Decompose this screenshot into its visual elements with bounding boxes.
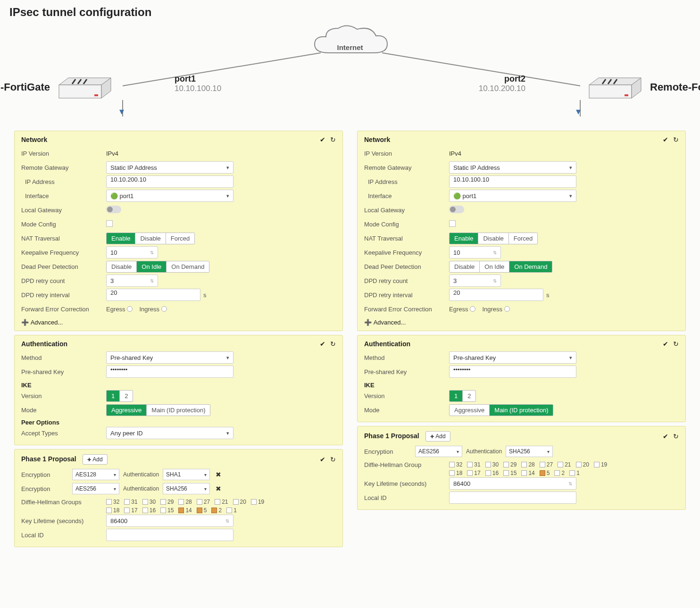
dh-group-14[interactable]: 14 <box>521 470 534 476</box>
fec-ingress-radio[interactable] <box>504 306 510 312</box>
dh-checkbox[interactable] <box>211 508 217 513</box>
nat-forced-button[interactable]: Forced <box>166 233 194 244</box>
dh-checkbox[interactable] <box>160 508 166 513</box>
ike-v2-button[interactable]: 2 <box>462 391 475 401</box>
add-button[interactable]: Add <box>83 454 107 465</box>
keepalive-input[interactable]: 10 <box>449 246 501 258</box>
reset-icon[interactable]: ↻ <box>330 340 336 348</box>
dpd-retry-count-input[interactable]: 3 <box>106 275 158 287</box>
method-select[interactable]: Pre-shared Key <box>106 351 233 364</box>
remote-gateway-select[interactable]: Static IP Address <box>449 161 576 174</box>
nat-disable-button[interactable]: Disable <box>135 233 165 244</box>
mode-config-check[interactable] <box>106 220 113 227</box>
dh-group-16[interactable]: 16 <box>485 470 499 476</box>
dh-group-21[interactable]: 21 <box>215 499 228 505</box>
psk-input[interactable]: •••••••• <box>449 366 576 378</box>
psk-input[interactable]: •••••••• <box>106 366 233 378</box>
dh-checkbox[interactable] <box>540 470 545 476</box>
dh-checkbox[interactable] <box>226 508 232 513</box>
ike-v1-button[interactable]: 1 <box>107 391 119 401</box>
remove-row-button[interactable]: ✖ <box>214 485 223 492</box>
dh-group-31[interactable]: 31 <box>124 499 137 505</box>
dh-group-30[interactable]: 30 <box>485 461 499 468</box>
dpd-retry-interval-input[interactable]: 20 <box>106 289 200 301</box>
reset-icon[interactable]: ↻ <box>330 456 336 463</box>
dh-checkbox[interactable] <box>576 462 582 467</box>
dh-checkbox[interactable] <box>485 470 491 476</box>
dh-checkbox[interactable] <box>106 499 112 505</box>
dh-checkbox[interactable] <box>197 499 202 505</box>
add-button[interactable]: Add <box>425 431 450 441</box>
dh-group-32[interactable]: 32 <box>449 461 462 468</box>
dh-group-5[interactable]: 5 <box>197 507 207 514</box>
encryption-select-1[interactable]: AES256 <box>415 446 462 457</box>
mode-aggressive-button[interactable]: Aggressive <box>107 405 146 416</box>
ike-v2-button[interactable]: 2 <box>119 391 133 401</box>
nat-enable-button[interactable]: Enable <box>450 233 478 244</box>
dpd-disable-button[interactable]: Disable <box>107 261 136 272</box>
encryption-select-2[interactable]: AES256 <box>72 483 119 494</box>
advanced-toggle[interactable]: Advanced... <box>21 319 336 326</box>
dh-group-17[interactable]: 17 <box>124 507 137 514</box>
dh-checkbox[interactable] <box>233 499 239 505</box>
dh-group-32[interactable]: 32 <box>106 499 119 505</box>
remote-gateway-select[interactable]: Static IP Address <box>106 161 233 174</box>
dh-checkbox[interactable] <box>178 508 184 513</box>
nat-disable-button[interactable]: Disable <box>478 233 508 244</box>
advanced-toggle[interactable]: Advanced... <box>364 319 679 326</box>
dh-checkbox[interactable] <box>197 508 202 513</box>
key-lifetime-input[interactable]: 86400 <box>449 477 576 490</box>
dh-group-31[interactable]: 31 <box>467 461 480 468</box>
refresh-icon[interactable]: ✔ <box>320 340 325 348</box>
dh-group-2[interactable]: 2 <box>554 470 565 476</box>
dh-checkbox[interactable] <box>594 462 600 467</box>
mode-aggressive-button[interactable]: Aggressive <box>450 405 489 416</box>
fec-ingress-radio[interactable] <box>161 306 167 312</box>
refresh-icon[interactable]: ✔ <box>663 340 668 348</box>
refresh-icon[interactable]: ✔ <box>663 433 668 440</box>
dh-checkbox[interactable] <box>503 470 509 476</box>
dpd-onidle-button[interactable]: On Idle <box>479 261 509 272</box>
auth-select-1[interactable]: SHA1 <box>163 469 210 480</box>
mode-main-button[interactable]: Main (ID protection) <box>489 405 553 416</box>
dh-group-5[interactable]: 5 <box>540 470 550 476</box>
ike-v1-button[interactable]: 1 <box>450 391 462 401</box>
dh-checkbox[interactable] <box>503 462 509 467</box>
dh-checkbox[interactable] <box>467 462 473 467</box>
local-id-input[interactable] <box>449 491 576 504</box>
accept-types-select[interactable]: Any peer ID <box>106 427 233 439</box>
dh-group-16[interactable]: 16 <box>142 507 156 514</box>
dh-checkbox[interactable] <box>558 462 563 467</box>
dh-checkbox[interactable] <box>178 499 184 505</box>
dh-checkbox[interactable] <box>540 462 545 467</box>
dh-group-18[interactable]: 18 <box>449 470 462 476</box>
dh-checkbox[interactable] <box>106 508 112 513</box>
dh-checkbox[interactable] <box>485 462 491 467</box>
dh-group-28[interactable]: 28 <box>178 499 192 505</box>
dh-group-28[interactable]: 28 <box>521 461 534 468</box>
dh-group-1[interactable]: 1 <box>226 507 237 514</box>
interface-select[interactable]: 🟢 port1 <box>449 190 576 202</box>
dh-group-29[interactable]: 29 <box>160 499 174 505</box>
dh-group-17[interactable]: 17 <box>467 470 480 476</box>
reset-icon[interactable]: ↻ <box>330 136 336 143</box>
dh-group-2[interactable]: 2 <box>211 507 222 514</box>
auth-select-2[interactable]: SHA256 <box>163 483 210 494</box>
dh-group-19[interactable]: 19 <box>594 461 607 468</box>
dh-group-30[interactable]: 30 <box>142 499 156 505</box>
local-id-input[interactable] <box>106 529 233 541</box>
dh-checkbox[interactable] <box>251 499 257 505</box>
dh-group-29[interactable]: 29 <box>503 461 517 468</box>
ip-address-input[interactable]: 10.10.100.10 <box>449 175 576 188</box>
nat-forced-button[interactable]: Forced <box>508 233 537 244</box>
dh-group-15[interactable]: 15 <box>160 507 174 514</box>
dh-checkbox[interactable] <box>215 499 220 505</box>
fec-egress-radio[interactable] <box>470 306 475 312</box>
dh-checkbox[interactable] <box>124 499 130 505</box>
dh-group-14[interactable]: 14 <box>178 507 192 514</box>
dh-checkbox[interactable] <box>467 470 473 476</box>
dpd-disable-button[interactable]: Disable <box>450 261 479 272</box>
dh-group-27[interactable]: 27 <box>197 499 210 505</box>
dpd-ondemand-button[interactable]: On Demand <box>509 261 552 272</box>
method-select[interactable]: Pre-shared Key <box>449 351 576 364</box>
